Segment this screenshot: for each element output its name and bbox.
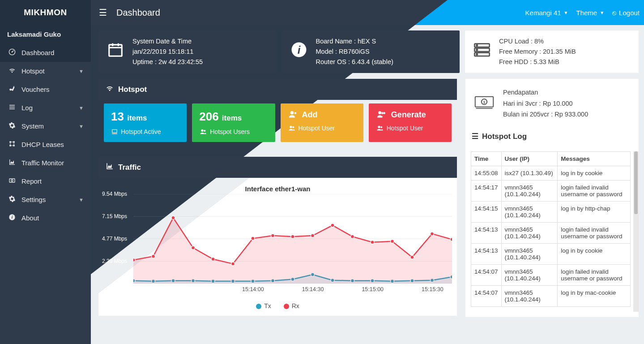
sidebar-item-dhcp-leases[interactable]: DHCP Leases xyxy=(0,135,91,154)
server-icon xyxy=(473,41,491,63)
log-row: 14:54:07vmnn3465 (10.1.40.244)log in by … xyxy=(471,286,631,307)
log-row: 14:55:08isx27 (10.1.30.49)log in by cook… xyxy=(471,166,631,181)
svg-point-23 xyxy=(290,126,292,128)
x-tick-label: 15:15:00 xyxy=(362,286,384,292)
svg-point-3 xyxy=(13,141,15,143)
svg-point-4 xyxy=(9,145,11,146)
chart-legend: Tx Rx xyxy=(98,302,457,310)
datetime-value: jan/22/2019 15:18:11 xyxy=(132,47,203,57)
y-tick-label: 7.15 Mbps xyxy=(102,213,127,219)
chart-title: Interface ether1-wan xyxy=(98,185,457,193)
caret-down-icon: ▼ xyxy=(600,10,604,15)
svg-point-18 xyxy=(476,54,478,55)
hotspot-section-header: Hotspot xyxy=(98,79,457,100)
resources-panel: CPU Load : 8% Free Memory : 201.35 MiB F… xyxy=(465,30,639,73)
chevron-down-icon: ▼ xyxy=(79,105,84,111)
hotspot-log-table: Time User (IP) Messages 14:55:08isx27 (1… xyxy=(471,151,631,307)
chevron-down-icon: ▼ xyxy=(79,124,84,129)
log-scrollbar[interactable] xyxy=(633,151,639,312)
sidebar-item-dashboard[interactable]: Dashboard xyxy=(0,43,91,62)
generate-hotspot-user-tile[interactable]: GenerateHotspot User xyxy=(369,103,452,142)
log-row: 14:54:17vmnn3465 (10.1.40.244)login fail… xyxy=(471,181,631,202)
sidebar-item-traffic-monitor[interactable]: Traffic Monitor xyxy=(0,154,91,172)
svg-point-64 xyxy=(331,224,334,227)
sidebar-item-hotspot[interactable]: Hotspot▼ xyxy=(0,62,91,80)
nav-label: Report xyxy=(21,177,42,185)
svg-rect-10 xyxy=(109,45,122,56)
income-month: Bulan ini 205vcr : Rp 933.000 xyxy=(503,109,588,120)
board-info-panel: i Board Name : hEX S Model : RB760iGS Ro… xyxy=(282,30,460,73)
wifi-icon xyxy=(106,84,114,95)
svg-point-68 xyxy=(410,255,414,259)
income-panel: 1 Pendapatan Hari ini 3vcr : Rp 10.000 B… xyxy=(465,79,639,128)
sidebar-item-report[interactable]: Report xyxy=(0,172,91,190)
cpu-load: CPU Load : 8% xyxy=(499,36,576,47)
log-col-msg: Messages xyxy=(558,152,631,166)
svg-point-25 xyxy=(378,111,381,114)
menu-toggle-button[interactable]: ☰ xyxy=(94,0,112,25)
theme-dropdown[interactable]: Theme▼ xyxy=(576,9,605,17)
hotspot-log-body: Time User (IP) Messages 14:55:08isx27 (1… xyxy=(465,146,639,317)
uptime-value: Uptime : 2w 4d 23:42:55 xyxy=(132,57,203,67)
chevron-down-icon: ▼ xyxy=(79,197,84,202)
nav-icon xyxy=(7,67,17,75)
hotspot-active-tile[interactable]: 13 itemsHotspot Active xyxy=(104,103,187,142)
sidebar-item-log[interactable]: Log▼ xyxy=(0,99,91,117)
svg-point-63 xyxy=(311,234,315,237)
svg-point-27 xyxy=(378,126,380,128)
sidebar-item-settings[interactable]: Settings▼ xyxy=(0,190,91,209)
sidebar-user: Laksamadi Guko xyxy=(0,25,91,43)
caret-down-icon: ▼ xyxy=(564,10,568,15)
nav-label: DHCP Leases xyxy=(21,141,64,148)
sidebar-item-system[interactable]: System▼ xyxy=(0,117,91,135)
nav-label: About xyxy=(21,214,39,222)
nav-icon: i xyxy=(7,214,17,222)
free-memory: Free Memory : 201.35 MiB xyxy=(499,47,576,57)
nav-icon xyxy=(7,48,17,57)
svg-point-59 xyxy=(231,262,235,266)
router-os: Router OS : 6.43.4 (stable) xyxy=(316,57,393,67)
sidebar-item-about[interactable]: iAbout xyxy=(0,209,91,227)
chart-area-icon xyxy=(106,162,114,172)
board-name: Board Name : hEX S xyxy=(316,36,393,47)
calendar-icon xyxy=(107,41,124,62)
traffic-section-header: Traffic xyxy=(98,157,457,178)
sidebar-item-vouchers[interactable]: Vouchers xyxy=(0,80,91,99)
add-hotspot-user-tile[interactable]: AddHotspot User xyxy=(281,103,363,142)
svg-point-21 xyxy=(204,130,206,132)
svg-point-5 xyxy=(13,145,15,146)
svg-point-16 xyxy=(476,45,478,46)
datetime-label: System Date & Time xyxy=(132,36,203,47)
nav-label: Hotspot xyxy=(21,67,45,75)
sidebar: Laksamadi Guko DashboardHotspot▼Vouchers… xyxy=(0,25,91,344)
nav-icon xyxy=(7,159,17,167)
money-icon: 1 xyxy=(474,95,494,112)
svg-point-28 xyxy=(380,126,382,128)
log-row: 14:54:15vmnn3465 (10.1.40.244)log in by … xyxy=(471,202,631,223)
list-icon: ☰ xyxy=(472,132,478,141)
tile-icon xyxy=(376,110,387,120)
svg-point-65 xyxy=(351,235,354,238)
nav-label: Traffic Monitor xyxy=(21,159,64,167)
logout-icon: ⎋ xyxy=(612,9,616,17)
svg-rect-6 xyxy=(9,179,15,182)
svg-point-60 xyxy=(251,236,255,240)
nav-icon xyxy=(7,85,17,94)
hotspot-users-tile[interactable]: 206 itemsHotspot Users xyxy=(192,103,275,142)
svg-point-62 xyxy=(291,235,294,238)
log-row: 14:54:13vmnn3465 (10.1.40.244)log in by … xyxy=(471,244,631,265)
y-tick-label: 9.54 Mbps xyxy=(102,191,127,197)
log-col-time: Time xyxy=(471,152,502,166)
svg-point-61 xyxy=(271,234,275,237)
svg-point-55 xyxy=(152,254,155,258)
session-dropdown[interactable]: Kemangi 41▼ xyxy=(525,9,568,17)
svg-text:1: 1 xyxy=(483,99,486,104)
svg-rect-19 xyxy=(112,129,117,133)
logout-button[interactable]: ⎋Logout xyxy=(612,9,640,17)
legend-rx: Rx xyxy=(284,302,299,310)
nav-icon xyxy=(7,122,17,130)
svg-point-54 xyxy=(133,258,135,262)
system-datetime-panel: System Date & Time jan/22/2019 15:18:11 … xyxy=(98,30,277,73)
svg-point-20 xyxy=(201,129,204,132)
tile-icon-small xyxy=(288,126,296,133)
